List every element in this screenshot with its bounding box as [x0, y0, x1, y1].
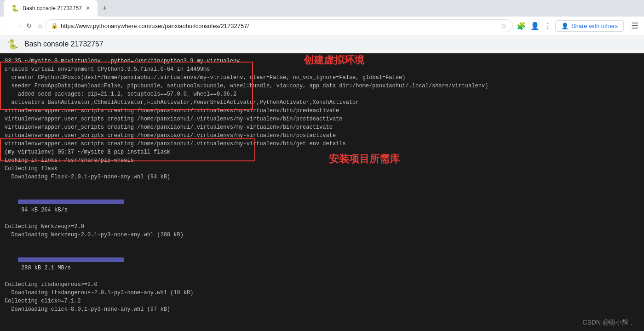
- active-tab[interactable]: 🐍 Bash console 21732757 ✕: [4, 0, 98, 17]
- terminal-line: virtualenvwrapper.user_scripts creating …: [5, 123, 639, 131]
- terminal-line: virtualenvwrapper.user_scripts creating …: [5, 115, 639, 123]
- tab-title: Bash console 21732757: [23, 5, 82, 11]
- forward-button[interactable]: →: [13, 21, 23, 31]
- url-text: https://www.pythonanywhere.com/user/panx…: [61, 23, 498, 29]
- share-icon: 👤: [561, 23, 569, 29]
- progress-bar-werkzeug: 288 kB 2.1 MB/s: [5, 239, 639, 280]
- terminal-line: virtualenvwrapper.user_scripts creating …: [5, 131, 639, 140]
- lock-icon: 🔒: [51, 23, 58, 29]
- tab-favicon: 🐍: [11, 5, 19, 12]
- console-logo-icon: 🐍: [7, 39, 19, 50]
- page-header: 🐍 Bash console 21732757: [0, 35, 644, 53]
- back-button[interactable]: ←: [2, 21, 12, 31]
- terminal-line: 03:35 ~/mysite $ mkvirtualenv --python=/…: [5, 57, 639, 65]
- address-bar-row: ← → ↻ ⌂ 🔒 https://www.pythonanywhere.com…: [0, 17, 644, 35]
- browser-chrome: 🐍 Bash console 21732757 ✕ + ← → ↻ ⌂ 🔒 ht…: [0, 0, 644, 35]
- terminal-line: virtualenvwrapper.user_scripts creating …: [5, 107, 639, 115]
- terminal-line: Collecting click>=7.1.2: [5, 297, 639, 305]
- page-actions: 👤 Share with others ☰: [555, 19, 642, 33]
- bookmark-icon[interactable]: ☆: [501, 22, 507, 29]
- tab-bar: 🐍 Bash console 21732757 ✕ +: [0, 0, 644, 17]
- new-tab-button[interactable]: +: [99, 3, 110, 14]
- terminal-window[interactable]: 创建虚拟环境 安装项目所需库 03:35 ~/mysite $ mkvirtua…: [0, 53, 644, 331]
- address-bar[interactable]: 🔒 https://www.pythonanywhere.com/user/pa…: [45, 19, 513, 32]
- terminal-line: Collecting flask: [5, 165, 639, 173]
- terminal-line: added seed packages: pip=21.1.2, setupto…: [5, 90, 639, 98]
- console-title: Bash console 21732757: [24, 40, 104, 48]
- more-icon[interactable]: ⋮: [544, 22, 552, 30]
- home-button[interactable]: ⌂: [35, 21, 45, 31]
- terminal-line: Collecting itsdangerous>=2.0: [5, 280, 639, 289]
- terminal-line: Downloading click-8.0.1-py3-none-any.whl…: [5, 305, 639, 314]
- share-with-others-button[interactable]: 👤 Share with others: [555, 20, 624, 32]
- terminal-line: Downloading Werkzeug-2.0.1-py3-none-any.…: [5, 231, 639, 239]
- hamburger-menu-icon[interactable]: ☰: [627, 19, 642, 33]
- nav-controls: ← → ↻ ⌂: [2, 21, 45, 31]
- share-button-label: Share with others: [571, 23, 618, 29]
- progress-bar-flask: 94 kB 264 kB/s: [5, 181, 639, 223]
- terminal-line: Looking in links: /usr/share/pip-wheels: [5, 156, 639, 165]
- reload-button[interactable]: ↻: [24, 21, 34, 31]
- terminal-line: Downloading Flask-2.0.1-py3-none-any.whl…: [5, 173, 639, 181]
- watermark: CSDN @盼小辉 、: [582, 318, 637, 327]
- tab-close-icon[interactable]: ✕: [86, 5, 90, 11]
- terminal-line: created virtual environment CPython3.9.5…: [5, 65, 639, 74]
- terminal-line: creator CPython3Posix(dest=/home/panxiao…: [5, 74, 639, 82]
- browser-action-buttons: 🧩 👤 ⋮: [513, 22, 555, 30]
- extensions-icon[interactable]: 🧩: [517, 22, 526, 30]
- terminal-line: Collecting Werkzeug>=2.0: [5, 223, 639, 231]
- terminal-line: (my-virtualenv) 05:37 ~/mysite $ pip ins…: [5, 148, 639, 156]
- terminal-line: virtualenvwrapper.user_scripts creating …: [5, 140, 639, 148]
- terminal-line: seeder FromAppData(download=False, pip=b…: [5, 82, 639, 90]
- profile-icon[interactable]: 👤: [530, 22, 540, 30]
- terminal-line: activators BashActivator,CShellActivator…: [5, 98, 639, 107]
- progress-bar-click: 97 kB 559 kB/s: [5, 314, 639, 331]
- terminal-line: Downloading itsdangerous-2.0.1-py3-none-…: [5, 289, 639, 297]
